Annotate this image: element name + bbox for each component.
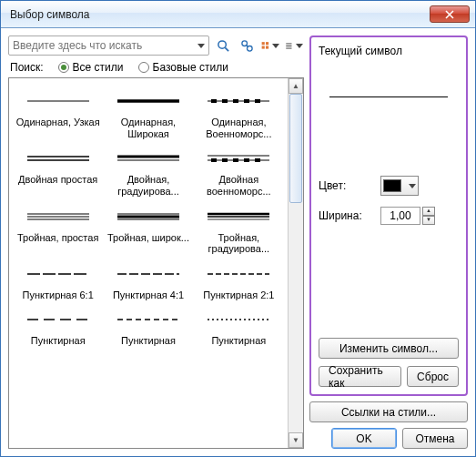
menu-button[interactable] [284,36,304,56]
svg-rect-29 [244,158,249,162]
search-button[interactable] [213,36,233,56]
svg-rect-7 [262,46,265,48]
symbol-label: Тройная, простая [15,232,101,244]
line-style-icon [105,264,191,284]
symbol-selector-dialog: Выбор символа [0,0,476,457]
line-style-icon [196,91,282,111]
search-input[interactable] [13,39,194,52]
svg-rect-19 [255,99,260,103]
line-style-icon [15,207,101,227]
radio-base-styles[interactable]: Базовые стили [138,61,228,74]
svg-rect-16 [222,99,228,103]
symbol-grid: Одинарная, УзкаяОдинарная, ШирокаяОдинар… [13,86,284,350]
scroll-up-button[interactable]: ▲ [289,78,303,94]
search-icon [217,39,230,53]
symbol-label: Пунктирная [105,335,191,347]
symbol-cell[interactable]: Тройная, градуирова... [194,201,284,259]
view-mode-button[interactable] [260,36,280,56]
line-style-icon [105,91,191,111]
current-symbol-group: Текущий символ Цвет: Ширина: [309,36,468,396]
ok-button[interactable]: OK [331,428,397,449]
symbol-preview [319,65,459,128]
symbol-label: Двойная, градуирова... [105,174,191,197]
scroll-down-button[interactable]: ▼ [289,432,303,448]
symbol-cell[interactable]: Пунктирная [194,304,284,350]
line-style-icon [196,148,282,168]
line-style-icon [105,148,191,168]
cancel-button[interactable]: Отмена [402,428,468,449]
symbol-grid-scroll[interactable]: Одинарная, УзкаяОдинарная, ШирокаяОдинар… [9,78,288,448]
chevron-down-icon [409,184,416,188]
current-symbol-title: Текущий символ [319,45,459,57]
chevron-down-icon[interactable] [197,44,205,48]
symbol-label: Пунктирная 4:1 [105,289,191,301]
svg-rect-30 [255,158,260,162]
symbol-cell[interactable]: Двойная, градуирова... [103,143,193,200]
radio-dot-icon [138,62,149,73]
close-icon [445,10,454,19]
svg-point-0 [218,40,225,47]
spin-down-button[interactable]: ▼ [422,216,435,225]
symbol-cell[interactable]: Пунктирная [13,304,103,350]
scroll-track[interactable] [289,94,303,432]
line-style-icon [15,148,101,168]
svg-rect-5 [262,42,265,45]
spin-up-button[interactable]: ▲ [422,207,435,216]
symbol-cell[interactable]: Пунктирная 2:1 [194,259,284,305]
symbol-cell[interactable]: Тройная, широк... [103,201,193,259]
line-style-icon [196,207,282,227]
symbol-cell[interactable]: Пунктирная [103,304,193,350]
style-links-button[interactable]: Ссылки на стили... [309,401,468,422]
link-toggle-button[interactable] [237,36,257,56]
line-style-icon [196,310,282,330]
line-style-icon [15,310,101,330]
preview-line-icon [329,96,448,97]
symbol-label: Пунктирная [196,335,282,347]
close-button[interactable] [430,5,470,23]
symbol-grid-container: Одинарная, УзкаяОдинарная, ШирокаяОдинар… [8,77,304,449]
right-panel: Текущий символ Цвет: Ширина: [309,36,468,449]
line-style-icon [15,264,101,284]
width-input[interactable] [380,207,420,225]
line-style-icon [105,207,191,227]
link-icon [240,39,254,53]
line-style-icon [15,91,101,111]
search-combo[interactable] [8,36,209,56]
symbol-cell[interactable]: Одинарная, Широкая [103,86,193,143]
vertical-scrollbar[interactable]: ▲ ▼ [288,78,303,448]
radio-label: Базовые стили [153,61,228,74]
radio-all-styles[interactable]: Все стили [58,61,124,74]
edit-symbol-button[interactable]: Изменить символ... [319,338,459,359]
grid-view-icon [261,39,270,53]
symbol-label: Тройная, широк... [105,232,191,244]
symbol-label: Одинарная, Военноморс... [196,117,282,139]
symbol-cell[interactable]: Одинарная, Узкая [13,86,103,143]
width-spinner[interactable]: ▲ ▼ [380,207,435,225]
color-row: Цвет: [319,176,459,196]
symbol-cell[interactable]: Одинарная, Военноморс... [194,86,284,143]
reset-button[interactable]: Сброс [407,366,459,387]
symbol-cell[interactable]: Пунктирная 4:1 [103,259,193,305]
svg-rect-28 [233,158,238,162]
titlebar[interactable]: Выбор символа [1,1,475,28]
svg-rect-18 [244,99,249,103]
color-picker-button[interactable] [380,176,419,196]
search-label: Поиск: [10,61,44,74]
color-label: Цвет: [319,179,373,192]
symbol-cell[interactable]: Двойная военноморс... [194,143,284,200]
line-style-icon [196,264,282,284]
dialog-footer: OK Отмена [309,428,468,449]
svg-line-1 [225,47,228,51]
symbol-label: Одинарная, Широкая [105,117,191,139]
chevron-down-icon [296,44,303,48]
save-as-button[interactable]: Сохранить как [319,366,401,387]
scroll-thumb[interactable] [289,94,302,203]
left-panel: Поиск: Все стили Базовые стили Одинарная… [8,36,304,449]
client-area: Поиск: Все стили Базовые стили Одинарная… [1,28,475,456]
symbol-cell[interactable]: Тройная, простая [13,201,103,259]
search-filter-row: Поиск: Все стили Базовые стили [8,61,304,74]
symbol-label: Тройная, градуирова... [196,232,282,255]
svg-rect-8 [266,46,268,48]
symbol-cell[interactable]: Пунктирная 6:1 [13,259,103,305]
symbol-cell[interactable]: Двойная простая [13,143,103,200]
